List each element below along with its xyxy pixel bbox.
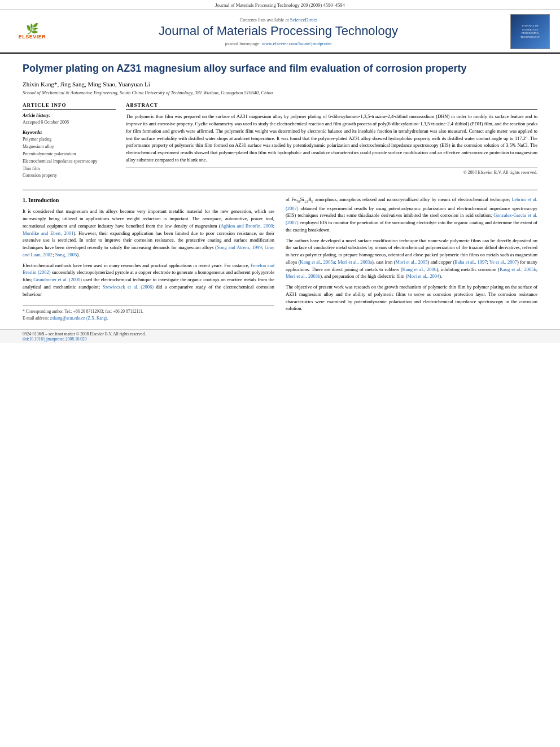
elsevier-logo-area: 🌿 ELSEVIER xyxy=(7,24,58,40)
right-para2: The authors have developed a novel surfa… xyxy=(286,237,537,281)
history-label: Article history: xyxy=(23,113,116,118)
journal-title: Journal of Materials Processing Technolo… xyxy=(63,24,493,38)
body-col-left: 1. Introduction It is considered that ma… xyxy=(23,196,274,321)
right-para1: of Fe78Si13B9 amorphous, amorphous relax… xyxy=(286,196,537,233)
keyword-1: Polymer plating xyxy=(23,136,116,143)
cite-fenelon[interactable]: Fenelon and Breslin (2002) xyxy=(23,263,274,276)
article-title: Polymer plating on AZ31 magnesium alloy … xyxy=(23,62,537,75)
article-authors: Zhixin Kang*, Jing Sang, Ming Shao, Yuan… xyxy=(23,81,537,88)
footnote-email: E-mail address: zxkang@scut.edu.cn (Z.X.… xyxy=(23,315,274,321)
cite-mori2003b[interactable]: Mori et al., 2003b xyxy=(286,273,320,279)
keywords-list: Polymer plating Magnesium alloy Potentio… xyxy=(23,136,116,180)
article-affiliation: School of Mechanical & Automotive Engine… xyxy=(23,90,537,95)
sciencedirect-link[interactable]: ScienceDirect xyxy=(290,17,317,23)
abstract-col: ABSTRACT The polymeric thin film was pre… xyxy=(126,102,537,184)
history-block: Article history: Accepted 6 October 2008 xyxy=(23,113,116,125)
cite-aghion[interactable]: Aghion and Bronfin, 2000 xyxy=(221,223,273,229)
keyword-5: Thin film xyxy=(23,165,116,173)
doi-link[interactable]: doi:10.1016/j.jmatprotec.2008.10.029 xyxy=(23,337,87,342)
right-para3: The objective of present work was resear… xyxy=(286,283,537,312)
cite-kang2005a[interactable]: Kang et al., 2005a xyxy=(300,259,335,265)
cite-mori2003a[interactable]: Mori et al., 2003a xyxy=(338,259,372,265)
copyright-line: © 2008 Elsevier B.V. All rights reserved… xyxy=(126,167,537,175)
footnote-tel: * Corresponding author. Tel.: +86 20 871… xyxy=(23,308,274,314)
doi-line: doi:10.1016/j.jmatprotec.2008.10.029 xyxy=(23,337,537,342)
keyword-3: Potentiodynamic polarization xyxy=(23,151,116,158)
footnote-section: * Corresponding author. Tel.: +86 20 871… xyxy=(23,305,274,321)
article-info-col: ARTICLE INFO Article history: Accepted 6… xyxy=(23,102,116,184)
keywords-label: Keywords: xyxy=(23,130,116,135)
journal-homepage: journal homepage: www.elsevier.com/locat… xyxy=(63,41,493,46)
doi-bar: 0924-0136/$ – see front matter © 2008 El… xyxy=(0,329,560,343)
keyword-6: Corrosion property xyxy=(23,172,116,180)
journal-top-bar: Journal of Materials Processing Technolo… xyxy=(0,0,560,10)
keywords-block: Keywords: Polymer plating Magnesium allo… xyxy=(23,130,116,180)
header-section: 🌿 ELSEVIER Contents lists available at S… xyxy=(0,10,560,54)
contents-line: Contents lists available at ScienceDirec… xyxy=(63,17,493,23)
intro-para1: It is considered that magnesium and its … xyxy=(23,208,274,258)
article-info-label: ARTICLE INFO xyxy=(23,102,116,110)
main-content: Polymer plating on AZ31 magnesium alloy … xyxy=(0,54,560,329)
intro-heading: 1. Introduction xyxy=(23,196,274,204)
elsevier-wordmark: ELSEVIER xyxy=(19,34,46,40)
info-abstract-columns: ARTICLE INFO Article history: Accepted 6… xyxy=(23,102,537,184)
keyword-4: Electrochemical impedance spectroscopy xyxy=(23,158,116,165)
cite-lebrini[interactable]: Lebrini et al. (2007) xyxy=(286,196,537,211)
keyword-2: Magnesium alloy xyxy=(23,143,116,151)
section-divider xyxy=(23,190,537,190)
intro-para2: Electrochemical methods have been used i… xyxy=(23,262,274,298)
elsevier-plant-icon: 🌿 xyxy=(26,24,38,34)
cite-mori2004[interactable]: Mori et al., 2004 xyxy=(407,273,439,279)
cite-grundmeier[interactable]: Grundmeier et al. (2000) xyxy=(33,277,82,282)
body-col-right: of Fe78Si13B9 amorphous, amorphous relax… xyxy=(286,196,537,321)
accepted-date: Accepted 6 October 2008 xyxy=(23,119,116,125)
journal-citation: Journal of Materials Processing Technolo… xyxy=(215,2,344,8)
cite-song1999[interactable]: Song and Atrens, 1999 xyxy=(217,244,262,250)
journal-cover-image: JOURNAL OF MATERIALS PROCESSING TECHNOLO… xyxy=(510,14,550,49)
cite-szewieczek[interactable]: Szewieczek et al. (2006) xyxy=(102,284,154,290)
page-wrapper: Journal of Materials Processing Technolo… xyxy=(0,0,560,747)
header-center: Contents lists available at ScienceDirec… xyxy=(58,17,499,46)
cite-gonzalez[interactable]: Gonzalez-Garcia et al. (2007) xyxy=(286,212,537,225)
cite-baba[interactable]: Baba et al., 1997 xyxy=(454,259,487,265)
footnote-email-link[interactable]: zxkang@scut.edu.cn (Z.X. Kang). xyxy=(50,316,108,321)
issn-line: 0924-0136/$ – see front matter © 2008 El… xyxy=(23,331,537,337)
cite-mordike[interactable]: Mordike and Ebert, 2001 xyxy=(23,230,73,236)
cite-kang2005b[interactable]: Kang et al., 2005b xyxy=(500,267,536,272)
cite-mori2005[interactable]: Mori et al., 2005 xyxy=(395,259,427,265)
abstract-label: ABSTRACT xyxy=(126,102,537,110)
homepage-link[interactable]: www.elsevier.com/locate/jmatprotec xyxy=(262,41,332,46)
abstract-text: The polymeric thin film was prepared on … xyxy=(126,113,537,163)
cite-ye[interactable]: Ye et al., 2007 xyxy=(489,259,517,265)
cite-kang2006[interactable]: Kang et al., 2006 xyxy=(403,267,437,272)
cite-song2005[interactable]: Song, 2005 xyxy=(55,252,77,257)
header-right: JOURNAL OF MATERIALS PROCESSING TECHNOLO… xyxy=(499,14,550,49)
body-columns: 1. Introduction It is considered that ma… xyxy=(23,196,537,321)
